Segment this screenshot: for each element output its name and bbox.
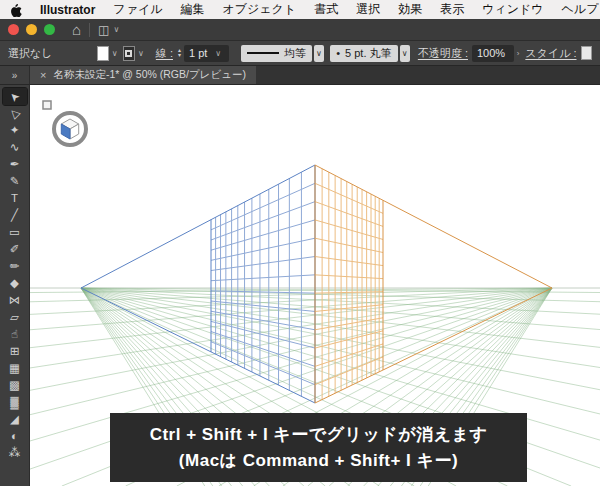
stroke-weight-stepper[interactable]: ▴▾ xyxy=(178,48,181,58)
main-area: ➤▷✦∿✒✎T╱▭✐✏◆⋈▱☝⊞▦▩▓◢◐⁂ Ctrl + Shift + I … xyxy=(0,85,600,486)
menu-item[interactable]: 表示 xyxy=(440,1,464,18)
style-label[interactable]: スタイル : xyxy=(525,46,576,61)
menu-bar: Illustratorファイル編集オブジェクト書式選択効果表示ウィンドウヘルプ xyxy=(0,0,600,19)
selection-tool[interactable]: ➤ xyxy=(3,88,27,105)
menu-item[interactable]: ウィンドウ xyxy=(482,1,543,18)
stroke-color-swatch[interactable] xyxy=(123,46,135,61)
toolbar: ➤▷✦∿✒✎T╱▭✐✏◆⋈▱☝⊞▦▩▓◢◐⁂ xyxy=(0,85,30,486)
caption-overlay: Ctrl + Shift + I キーでグリッドが消えます (Macは Comm… xyxy=(110,413,527,482)
opacity-chevron-icon[interactable]: › xyxy=(517,49,520,58)
pen-tool[interactable]: ✒ xyxy=(3,156,27,173)
menu-item[interactable]: 効果 xyxy=(398,1,422,18)
document-tab-title: 名称未設定-1* @ 50% (RGB/プレビュー) xyxy=(53,68,246,82)
close-tab-icon[interactable]: × xyxy=(40,69,46,81)
puppet-warp-tool[interactable]: ☝ xyxy=(3,326,27,343)
variable-width-profile-button[interactable]: 均等 xyxy=(241,45,312,62)
brush-definition-button[interactable]: • 5 pt. 丸筆 xyxy=(330,45,397,62)
stroke-preview-line xyxy=(247,52,279,54)
fill-color-swatch[interactable] xyxy=(97,46,109,61)
stroke-weight-field[interactable]: 1 pt ∨ xyxy=(184,45,229,62)
caption-line2: (Macは Command + Shift+ I キー) xyxy=(110,449,527,472)
zoom-window-button[interactable] xyxy=(44,24,55,35)
chevron-down-icon[interactable]: ∨ xyxy=(113,25,119,34)
fill-chevron-icon[interactable]: ∨ xyxy=(112,49,118,58)
minimize-window-button[interactable] xyxy=(26,24,37,35)
style-swatch[interactable] xyxy=(581,46,593,60)
window-title-bar: ⌂ ◫ ∨ xyxy=(0,19,600,41)
menu-item[interactable]: 編集 xyxy=(180,1,204,18)
home-icon[interactable]: ⌂ xyxy=(72,22,81,37)
brush-chevron-icon[interactable]: ∨ xyxy=(400,45,410,62)
tab-bar: » × 名称未設定-1* @ 50% (RGB/プレビュー) xyxy=(0,66,600,85)
toolbar-expand-icon[interactable]: » xyxy=(0,66,30,84)
stroke-weight-label[interactable]: 線 : xyxy=(156,46,173,61)
caption-line1: Ctrl + Shift + I キーでグリッドが消えます xyxy=(110,423,527,446)
lasso-tool[interactable]: ∿ xyxy=(3,139,27,156)
opacity-field[interactable]: 100% xyxy=(472,45,514,62)
direct-selection-tool[interactable]: ▷ xyxy=(3,105,27,122)
menu-item[interactable]: Illustrator xyxy=(40,3,95,17)
eraser-tool[interactable]: ◆ xyxy=(3,275,27,292)
eyedropper-tool[interactable]: ◢ xyxy=(3,411,27,428)
paintbrush-tool[interactable]: ✐ xyxy=(3,241,27,258)
document-tab[interactable]: × 名称未設定-1* @ 50% (RGB/プレビュー) xyxy=(30,66,256,84)
type-tool[interactable]: T xyxy=(3,190,27,207)
menu-item[interactable]: ヘルプ xyxy=(562,1,599,18)
menu-item[interactable]: ファイル xyxy=(113,1,162,18)
free-transform-tool[interactable]: ▱ xyxy=(3,309,27,326)
symbol-sprayer-tool[interactable]: ⁂ xyxy=(3,445,27,462)
opacity-label[interactable]: 不透明度 : xyxy=(418,46,468,61)
shaper-tool[interactable]: ✏ xyxy=(3,258,27,275)
apple-menu-icon[interactable] xyxy=(10,3,22,17)
width-profile-chevron-icon[interactable]: ∨ xyxy=(314,45,324,62)
reflect-tool[interactable]: ⋈ xyxy=(3,292,27,309)
plane-switching-widget xyxy=(43,101,86,145)
arrange-documents-icon[interactable]: ◫ xyxy=(98,23,109,37)
mesh-tool[interactable]: ▩ xyxy=(3,377,27,394)
line-segment-tool[interactable]: ╱ xyxy=(3,207,27,224)
blend-tool[interactable]: ◐ xyxy=(3,428,27,445)
selection-status: 選択なし xyxy=(8,46,53,61)
menu-item[interactable]: 選択 xyxy=(356,1,380,18)
control-bar: 選択なし ∨ ∨ 線 : ▴▾ 1 pt ∨ 均等 ∨ • 5 pt. 丸筆 ∨… xyxy=(0,41,600,66)
menu-item[interactable]: 書式 xyxy=(314,1,338,18)
curvature-tool[interactable]: ✎ xyxy=(3,173,27,190)
rectangle-tool[interactable]: ▭ xyxy=(3,224,27,241)
titlebar-divider xyxy=(89,23,90,37)
shape-builder-tool[interactable]: ⊞ xyxy=(3,343,27,360)
close-window-button[interactable] xyxy=(8,24,19,35)
menu-item[interactable]: オブジェクト xyxy=(222,1,296,18)
gradient-tool[interactable]: ▓ xyxy=(3,394,27,411)
magic-wand-tool[interactable]: ✦ xyxy=(3,122,27,139)
perspective-grid-tool[interactable]: ▦ xyxy=(3,360,27,377)
stroke-chevron-icon[interactable]: ∨ xyxy=(138,49,144,58)
stroke-weight-chevron-icon[interactable]: ∨ xyxy=(215,49,221,58)
canvas[interactable]: Ctrl + Shift + I キーでグリッドが消えます (Macは Comm… xyxy=(30,85,600,486)
